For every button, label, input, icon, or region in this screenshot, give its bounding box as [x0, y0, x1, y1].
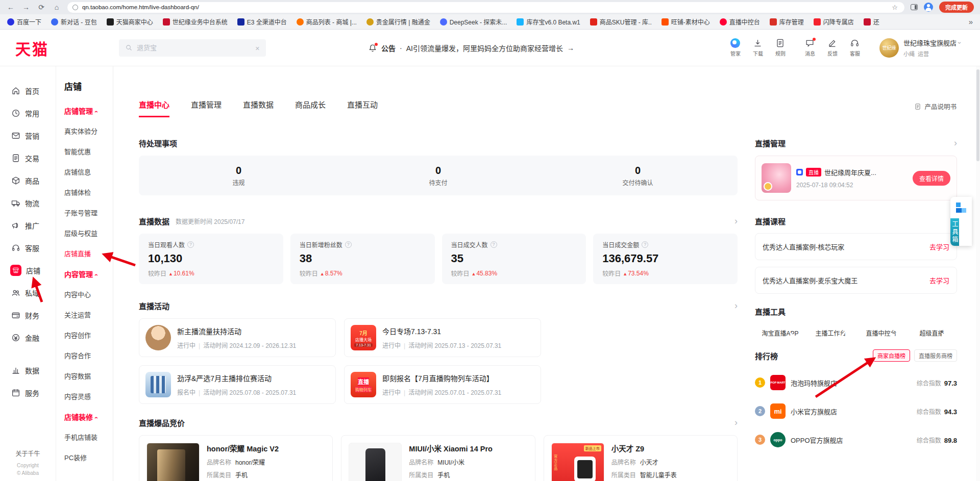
sidebar-item-frequent[interactable]: 常用 [0, 102, 56, 124]
go-learn-link[interactable]: 去学习 [929, 275, 949, 285]
product-card[interactable]: honor/荣耀 Magic V2 品牌名称honor/荣耀 所属类目手机 同款… [139, 435, 333, 481]
go-learn-link[interactable]: 去学习 [929, 242, 949, 251]
shop-account-menu[interactable]: 世纪缘 世纪缘珠宝旗舰店 小绳运营 [879, 38, 961, 58]
product-manual-link[interactable]: 产品说明书 [914, 102, 957, 117]
ranking-tab-service[interactable]: 直播服务商榜 [914, 349, 957, 362]
ranking-row[interactable]: 3 oppo OPPO官方旗舰店 综合指数89.8 [755, 432, 957, 447]
bookmark-item[interactable]: 天猫商家中心 [107, 17, 153, 26]
stat-buyers[interactable]: 当日成交人数 35 较昨日45.83% [442, 234, 586, 284]
tab-live-center[interactable]: 直播中心 [139, 99, 169, 117]
subnav-item-shop-info[interactable]: 店铺信息 [64, 162, 113, 183]
activity-card[interactable]: 直播 购物列车 即刻报名【7月直播购物列车活动】 进行中|活动时间 2025.0… [344, 365, 541, 404]
sidebar-item-trade[interactable]: 交易 [0, 147, 56, 169]
tab-live-data[interactable]: 直播数据 [243, 99, 274, 117]
sidebar-item-products[interactable]: 商品 [0, 169, 56, 192]
subnav-item-subaccount[interactable]: 子账号管理 [64, 203, 113, 223]
subnav-item-follow-ops[interactable]: 关注运营 [64, 305, 113, 325]
view-details-button[interactable]: 查看详情 [913, 171, 950, 186]
subnav-item-smart-discount[interactable]: 智能优惠 [64, 142, 113, 162]
sidebar-item-private-domain[interactable]: 私域 [0, 282, 56, 304]
stat-new-fans[interactable]: 当日新增粉丝数 38 较昨日8.57% [290, 234, 435, 284]
bookmark-item[interactable]: 世纪缘业务中台系统 [163, 17, 228, 26]
bookmark-item[interactable]: 百度一下 [7, 17, 41, 26]
quick-item-rules[interactable]: 规则 [775, 38, 786, 57]
course-card[interactable]: 优秀达人直播案例-麦乐宝大魔王 去学习 [755, 267, 957, 294]
quick-item-feedback[interactable]: 反馈 [827, 38, 838, 57]
scrollbar-thumb[interactable] [976, 69, 979, 161]
browser-update-button[interactable]: 完成更新 [939, 2, 974, 13]
info-icon[interactable] [491, 241, 497, 248]
ranking-row[interactable]: 1 POP MART 泡泡玛特旗舰店 综合指数97.3 [755, 375, 957, 390]
side-panel-icon[interactable] [911, 4, 918, 10]
quick-item-download[interactable]: 下载 [753, 38, 763, 57]
todo-violation[interactable]: 0违规 [139, 165, 338, 187]
subnav-item-content-create[interactable]: 内容创作 [64, 325, 113, 346]
bookmark-item[interactable]: 商品列表 - 商城 |... [297, 17, 357, 26]
quick-item-guanjia[interactable]: 管家 [730, 38, 741, 57]
more-chevron-icon[interactable] [954, 138, 957, 148]
bookmark-item[interactable]: 直播中控台 [720, 17, 760, 26]
sidebar-item-shop[interactable]: 店铺 [0, 259, 56, 282]
bookmark-star-icon[interactable] [890, 3, 899, 12]
search-box[interactable] [119, 39, 266, 57]
sidebar-item-marketing[interactable]: 营销 [0, 124, 56, 147]
about-qianniu-link[interactable]: 关于千牛 [0, 449, 56, 458]
course-card[interactable]: 优秀达人直播案例-核芯玩家 去学习 [755, 233, 957, 260]
announcement-bar[interactable]: 公告 · AI引领流量爆发，阿里妈妈全方位助商家经营增长 → [368, 43, 574, 53]
activity-card[interactable]: 新主播流量扶持活动 进行中|活动时间 2024.12.09 - 2026.12.… [139, 318, 336, 357]
product-card[interactable]: 新品上市 官方正品 赠碎屏保+全国联保 小天才 Z9 品牌名称小天才 所属类目智… [544, 435, 738, 481]
stat-viewers[interactable]: 当日观看人数 10,130 较昨日10.61% [139, 234, 283, 284]
subnav-item-content-inspiration[interactable]: 内容灵感 [64, 387, 113, 407]
address-bar[interactable]: qn.taobao.com/home.htm/live-dashboard-qn… [67, 2, 904, 13]
subnav-item-experience-score[interactable]: 真实体验分 [64, 121, 113, 142]
ranking-tab-merchant[interactable]: 商家自播榜 [873, 349, 910, 362]
bookmark-item[interactable]: 库存宝v6.0 Beta.w1 [517, 17, 580, 26]
sidebar-item-home[interactable]: 首页 [0, 80, 56, 102]
browser-back-icon[interactable] [6, 3, 15, 12]
bookmark-item[interactable]: DeepSeek - 探索未... [440, 17, 507, 26]
browser-forward-icon[interactable] [21, 3, 31, 12]
browser-reload-icon[interactable] [37, 3, 46, 12]
bookmark-item[interactable]: 商品SKU管理 - 库.. [590, 17, 652, 26]
tab-live-interaction[interactable]: 直播互动 [347, 99, 378, 117]
activity-card[interactable]: 劲浮&严选7月主播排位赛活动 报名中|活动时间 2025.07.08 - 202… [139, 365, 336, 404]
bookmarks-overflow-chevron[interactable]: » [969, 17, 973, 26]
activity-card[interactable]: 7月 店播大场 7.13-7.31 今日专场7.13-7.31 进行中|活动时间… [344, 318, 541, 357]
info-icon[interactable] [642, 241, 648, 248]
bookmark-item[interactable]: 闪降专属店 [814, 17, 854, 26]
more-chevron-icon[interactable] [734, 216, 738, 226]
product-card[interactable]: MIUI/小米 Xiaomi 14 Pro 品牌名称MIUI/小米 所属类目手机… [341, 435, 535, 481]
subnav-item-shop-live[interactable]: 店铺直播 [64, 244, 113, 264]
bookmark-item[interactable]: 还 [864, 17, 879, 26]
subnav-item-pc-decor[interactable]: PC装修 [64, 448, 113, 468]
bookmark-item[interactable]: 新对话 - 豆包 [51, 17, 97, 26]
subnav-item-content-coop[interactable]: 内容合作 [64, 346, 113, 366]
quick-item-service[interactable]: 客服 [850, 38, 860, 57]
subnav-group-shop-decor[interactable]: 店铺装修 [64, 407, 113, 427]
toolbox-float-button[interactable]: 工具箱 [950, 197, 972, 246]
subnav-item-mobile-decor[interactable]: 手机店铺装 [64, 427, 113, 448]
browser-home-icon[interactable] [52, 3, 61, 12]
more-chevron-icon[interactable] [734, 300, 738, 311]
more-chevron-icon[interactable] [734, 417, 738, 428]
stat-gmv[interactable]: 当日成交金额 136,679.57 较昨日73.54% [593, 234, 738, 284]
live-stream-card[interactable]: 直播 世纪缘周年庆夏... 2025-07-18 09:04:52 查看详情 [755, 156, 957, 200]
ranking-row[interactable]: 2 mi 小米官方旗舰店 综合指数94.3 [755, 403, 957, 419]
sidebar-item-data[interactable]: 数据 [0, 359, 56, 382]
browser-profile-icon[interactable] [924, 3, 933, 12]
quick-item-messages[interactable]: 消息 [805, 38, 815, 57]
tool-live-console[interactable]: 直播中控台 [856, 324, 906, 337]
tab-live-management[interactable]: 直播管理 [191, 99, 222, 117]
info-icon[interactable] [187, 241, 194, 248]
sidebar-item-services[interactable]: 服务 [0, 382, 56, 404]
subnav-item-level-rights[interactable]: 层级与权益 [64, 223, 113, 244]
todo-pending-payment[interactable]: 0待支付 [338, 165, 538, 187]
page-scrollbar[interactable] [976, 66, 980, 481]
bookmark-item[interactable]: 旺铺-素材中心 [662, 17, 710, 26]
todo-delivery-confirm[interactable]: 0交付待确认 [538, 165, 738, 187]
sidebar-item-customer-service[interactable]: 客服 [0, 237, 56, 259]
tmall-logo[interactable]: 天猫 [0, 37, 70, 59]
info-icon[interactable] [345, 241, 352, 248]
sidebar-item-promotion[interactable]: 推广 [0, 214, 56, 237]
bookmark-item[interactable]: 库存管理 [770, 17, 804, 26]
